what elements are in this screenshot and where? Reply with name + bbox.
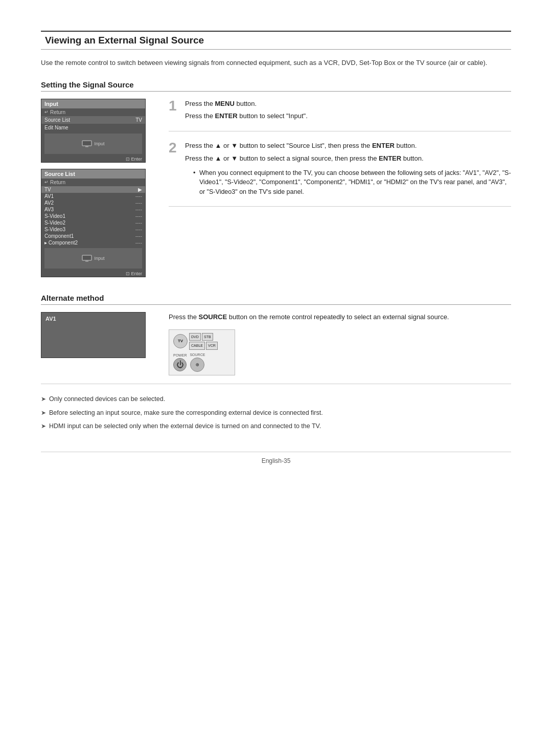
av1-label: AV1	[45, 316, 56, 322]
source-image-text: Input	[82, 255, 104, 262]
source-svideo1-label: S-Video1	[44, 213, 65, 219]
source-list-item-av1: AV1 ----	[41, 193, 145, 199]
page-title-section: Viewing an External Signal Source	[41, 31, 511, 50]
step1-enter-bold: ENTER	[215, 112, 238, 120]
step2-line2-text: Press the ▲ or ▼ button to select a sign…	[185, 154, 379, 162]
note-text-1: Only connected devices can be selected.	[49, 394, 165, 404]
input-menu-screenshot: Input ↵ Return Source List TV Edit Name …	[41, 99, 146, 163]
svg-rect-2	[82, 255, 91, 260]
source-av1-dots: ----	[135, 193, 142, 199]
step-2-note-text: When you connect equipment to the TV, yo…	[199, 169, 511, 196]
tv-icon-2	[82, 255, 92, 262]
enter-icon: ⊡ Enter	[126, 157, 142, 162]
note-text-3: HDMI input can be selected only when the…	[49, 421, 321, 431]
right-column: 1 Press the MENU button. Press the ENTER…	[169, 99, 511, 283]
alt-desc-suffix: button on the remote control repeatedly …	[227, 313, 449, 321]
cable-btn-label: CABLE	[191, 344, 203, 347]
left-column: Input ↵ Return Source List TV Edit Name …	[41, 99, 153, 283]
source-label: SOURCE	[190, 352, 205, 358]
step-2-note: When you connect equipment to the TV, yo…	[185, 168, 511, 197]
source-button-bold: SOURCE	[199, 313, 227, 321]
step1-suffix2: button to select "Input".	[238, 112, 308, 120]
source-list-item-svideo2: S-Video2 ----	[41, 219, 145, 226]
source-list-item-svideo3: S-Video3 ----	[41, 226, 145, 233]
source-av3-dots: ----	[135, 207, 142, 212]
source-av2-dots: ----	[135, 200, 142, 206]
input-image-text: Input	[82, 140, 104, 147]
source-list-item-tv: TV ▶	[41, 186, 145, 193]
step-2-note-item: When you connect equipment to the TV, yo…	[193, 168, 511, 197]
alternate-method-heading: Alternate method	[41, 294, 511, 305]
step-2-line2: Press the ▲ or ▼ button to select a sign…	[185, 153, 511, 164]
intro-text: Use the remote control to switch between…	[41, 58, 511, 68]
step1-suffix1: button.	[235, 100, 257, 107]
source-component1-label: Component1	[44, 233, 74, 239]
av1-screenshot: AV1	[41, 312, 146, 358]
input-menu-row-sourcelist: Source List TV	[41, 116, 145, 124]
source-component1-dots: ----	[135, 233, 142, 239]
power-section: POWER ⏻	[173, 352, 187, 371]
footer-text: English-35	[262, 457, 291, 464]
dvd-button: DVD	[189, 333, 201, 341]
step2-enter-bold2: ENTER	[379, 154, 401, 162]
source-svideo3-dots: ----	[135, 227, 142, 232]
vcr-button: VCR	[206, 342, 218, 349]
alternate-right: Press the SOURCE button on the remote co…	[169, 312, 511, 375]
source-list-image: Input	[44, 248, 142, 269]
step1-menu-bold: MENU	[215, 100, 235, 107]
note-text-2: Before selecting an input source, make s…	[49, 408, 323, 418]
step-2-number: 2	[169, 141, 180, 199]
alternate-main: AV1 Press the SOURCE button on the remot…	[41, 312, 511, 375]
source-tv-label: TV	[44, 187, 51, 192]
input-menu-row-editname: Edit Name	[41, 124, 145, 131]
source-list-item-component1: Component1 ----	[41, 233, 145, 239]
step1-prefix2: Press the	[185, 112, 215, 120]
step2-line1-suffix: button.	[395, 142, 417, 149]
power-button: ⏻	[173, 358, 187, 371]
input-enter-row: ⊡ Enter	[41, 156, 145, 162]
step-2-content: Press the ▲ or ▼ button to select "Sourc…	[185, 141, 511, 199]
power-label: POWER	[173, 352, 187, 358]
source-tv-arrow: ▶	[138, 187, 142, 192]
source-section: SOURCE ◎	[190, 352, 205, 372]
alt-desc-prefix: Press the	[169, 313, 199, 321]
cable-button: CABLE	[189, 342, 205, 349]
note-item-1: ➤ Only connected devices can be selected…	[41, 394, 511, 404]
return-icon: ↵	[44, 109, 49, 115]
stb-button: STB	[202, 333, 213, 341]
source-svideo1-dots: ----	[135, 213, 142, 219]
svg-rect-0	[82, 141, 91, 146]
alternate-left: AV1	[41, 312, 153, 375]
source-svideo2-dots: ----	[135, 220, 142, 226]
alternate-description: Press the SOURCE button on the remote co…	[169, 312, 511, 323]
input-menu-return-label: Return	[50, 109, 65, 115]
tv-icon	[82, 140, 92, 147]
svg-rect-1	[85, 146, 88, 147]
step2-line2-suffix: button.	[401, 154, 423, 162]
step1-prefix1: Press the	[185, 100, 215, 107]
source-list-item-component2: ▸ Component2 ----	[41, 239, 145, 246]
step-1: 1 Press the MENU button. Press the ENTER…	[169, 99, 511, 132]
source-av1-label: AV1	[44, 193, 54, 199]
input-menu-image: Input	[44, 134, 142, 154]
remote-right-btns: DVD STB CABLE VCR	[189, 333, 218, 349]
remote-illustration: TV DVD STB CABLE	[169, 329, 235, 375]
stb-btn-label: STB	[204, 335, 211, 339]
source-enter-row: ⊡ Enter	[41, 271, 145, 277]
note-item-3: ➤ HDMI input can be selected only when t…	[41, 421, 511, 431]
source-list-item-av3: AV3 ----	[41, 206, 145, 213]
input-menu-return-row: ↵ Return	[41, 108, 145, 116]
source-component2-label: ▸ Component2	[44, 240, 78, 246]
note-item-2: ➤ Before selecting an input source, make…	[41, 408, 511, 418]
input-label-text: Input	[94, 141, 104, 146]
source-list-item-av2: AV2 ----	[41, 199, 145, 206]
main-content: Input ↵ Return Source List TV Edit Name …	[41, 99, 511, 283]
edit-name-label: Edit Name	[44, 125, 68, 130]
step-1-line2: Press the ENTER button to select "Input"…	[185, 111, 511, 122]
source-enter-icon: ⊡ Enter	[126, 271, 142, 276]
svg-rect-3	[85, 261, 88, 262]
note-arrow-1: ➤	[41, 394, 46, 404]
source-component2-dots: ----	[135, 240, 142, 246]
vcr-btn-label: VCR	[208, 344, 216, 347]
footer: English-35	[41, 452, 511, 464]
